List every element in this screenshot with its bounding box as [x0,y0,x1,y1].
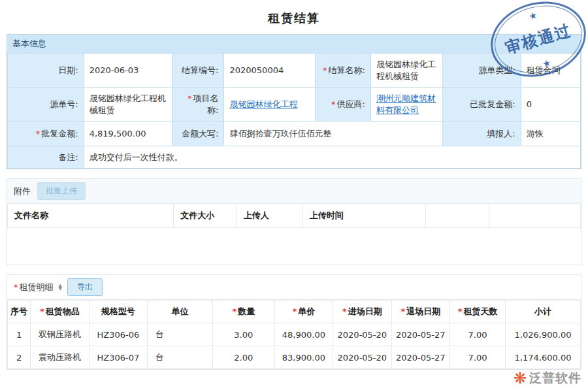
att-col-file-name: 文件名称 [8,204,174,228]
page: 租赁结算 ★ 审核通过 ★ 基本信息 日期: 2020-06-03 结算编号: … [0,0,588,392]
supplier-value: 潮州元顺建筑材料有限公司 [370,88,442,122]
col-model: 规格型号 [89,301,147,323]
reporter-value: 游恢 [521,122,580,146]
cell-model: HZ306-06 [89,323,147,346]
supplier-label: *供应商: [315,88,370,122]
attachments-header: 附件 批量上传 [7,179,581,204]
col-out-date: *退场日期 [391,301,449,323]
cell-out-date: 2020-05-27 [391,346,449,369]
cell-unit: 台 [147,323,212,346]
settlement-name-value: 晟铭园林绿化工程机械租赁 [370,54,442,88]
amount-words-value: 肆佰捌拾壹万玖仟伍佰元整 [224,122,442,146]
cell-days: 7.00 [450,323,506,346]
attachments-title: 附件 [14,186,31,197]
cell-unit: 台 [147,346,212,369]
basic-info-table: 日期: 2020-06-03 结算编号: 2020050004 *结算名称: 晟… [7,53,581,169]
rental-detail-table: 序号 *租赁物品 规格型号 单位 *数量 *单价 *进场日期 *退场日期 *租赁… [7,300,581,369]
cell-in-date: 2020-05-20 [333,346,391,369]
export-button[interactable]: 导出 [67,278,103,296]
project-name-label: *项目名称: [172,88,224,122]
settlement-no-value: 2020050004 [224,54,315,88]
fanpu-logo-text: 泛普软件 [529,370,581,387]
amount-words-label: 金额大写: [172,122,224,146]
col-subtotal: 小计 [506,301,581,323]
cell-item: 震动压路机 [31,346,89,369]
rental-detail-header: *租赁明细 ▲▼ 导出 [7,275,581,300]
approval-amount-value: 4,819,500.00 [84,122,172,146]
table-row: 2 震动压路机 HZ306-07 台 2.00 83,900.00 2020-0… [8,346,581,369]
cell-subtotal: 1,174,600.00 [506,346,581,369]
source-no-label: 源单号: [8,88,84,122]
cell-seq: 1 [8,323,31,346]
cell-model: HZ306-07 [89,346,147,369]
batch-upload-button[interactable]: 批量上传 [37,182,86,200]
approved-amount-label: 已批复金额: [442,88,521,122]
col-item: *租赁物品 [31,301,89,323]
cell-seq: 2 [8,346,31,369]
cell-price: 48,900.00 [274,323,333,346]
cell-price: 83,900.00 [274,346,333,369]
vendor-watermark: ❋ 泛普软件 [514,370,581,387]
stamp-star-icon: ★ [527,9,538,22]
cell-days: 7.00 [450,346,506,369]
remark-value: 成功交付后一次性付款。 [84,146,580,169]
date-value: 2020-06-03 [84,54,172,88]
cell-subtotal: 1,026,900.00 [506,323,581,346]
col-unit: 单位 [147,301,212,323]
cell-in-date: 2020-05-20 [333,323,391,346]
fanpu-logo-icon: ❋ [514,370,527,386]
att-col-empty [489,204,580,228]
cell-item: 双钢压路机 [31,323,89,346]
reporter-label: 填报人: [442,122,521,146]
project-name-value: 晟铭园林绿化工程 [224,88,315,122]
col-price: *单价 [274,301,333,323]
rental-detail-title: *租赁明细 [14,282,54,293]
att-col-file-size: 文件大小 [174,204,237,228]
cell-out-date: 2020-05-27 [391,323,449,346]
table-row: 1 双钢压路机 HZ306-06 台 3.00 48,900.00 2020-0… [8,323,581,346]
col-in-date: *进场日期 [333,301,391,323]
cell-qty: 3.00 [212,323,274,346]
approval-amount-label: *批复金额: [8,122,84,146]
att-col-upload-time: 上传时间 [302,204,426,228]
col-qty: *数量 [212,301,274,323]
source-no-value: 晟铭园林绿化工程机械租赁 [84,88,172,122]
settlement-name-label: *结算名称: [315,54,370,88]
sort-icon[interactable]: ▲▼ [59,284,62,291]
settlement-no-label: 结算编号: [172,54,224,88]
rental-detail-section: *租赁明细 ▲▼ 导出 序号 *租赁物品 规格型号 单位 *数量 *单价 *进场… [7,274,581,370]
attachments-empty-body [7,228,581,265]
attachments-table: 文件名称 文件大小 上传人 上传时间 [7,204,581,228]
remark-label: 备注: [8,146,84,169]
attachments-section: 附件 批量上传 文件名称 文件大小 上传人 上传时间 [7,178,581,265]
att-col-empty [426,204,489,228]
cell-qty: 2.00 [212,346,274,369]
supplier-link[interactable]: 潮州元顺建筑材料有限公司 [376,93,436,115]
approved-amount-value: 0 [521,88,580,122]
att-col-uploader: 上传人 [237,204,302,228]
col-seq: 序号 [8,301,31,323]
stamp-star-icon: ★ [541,57,551,70]
project-link[interactable]: 晟铭园林绿化工程 [229,99,297,109]
col-days: *租赁天数 [450,301,506,323]
date-label: 日期: [8,54,84,88]
stamp-text: 审核通过 [503,20,574,58]
